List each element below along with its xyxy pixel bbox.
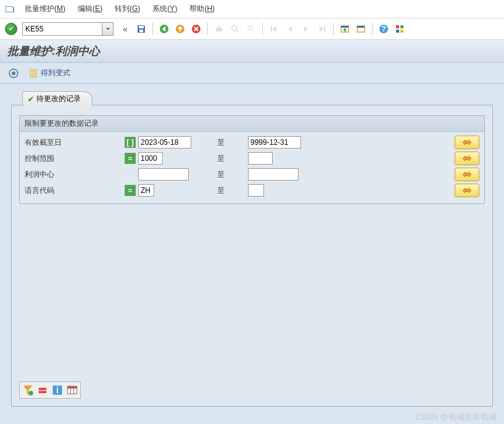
svg-rect-16 (400, 25, 403, 28)
field-row: 有效截至日[ ]至 (25, 134, 479, 150)
page-title: 批量维护:利润中心 (7, 45, 100, 57)
to-label: 至 (217, 137, 236, 148)
from-input[interactable] (138, 168, 189, 181)
from-input[interactable] (138, 184, 154, 197)
check-icon: ✔ (28, 95, 34, 104)
svg-rect-23 (39, 388, 47, 390)
save-icon[interactable] (134, 23, 148, 35)
svg-rect-28 (68, 386, 77, 389)
menu-system[interactable]: 系统(Y) (150, 2, 180, 15)
multiple-selection-button[interactable] (455, 168, 479, 181)
from-input[interactable] (138, 136, 191, 149)
prev-page-icon (283, 23, 297, 35)
standard-toolbar: « ? (0, 18, 504, 40)
svg-point-7 (232, 26, 237, 31)
svg-rect-15 (396, 25, 399, 28)
selection-toolbar: i (19, 381, 81, 399)
execute-button[interactable] (6, 67, 21, 80)
multiple-selection-button[interactable] (455, 136, 479, 149)
to-input[interactable] (248, 168, 299, 181)
multiple-selection-button[interactable] (455, 184, 479, 197)
tcode-input[interactable] (22, 22, 102, 36)
watermark: CSDN @荀彧原名苟彧 (415, 412, 497, 423)
to-label: 至 (217, 153, 236, 164)
svg-rect-1 (139, 30, 143, 32)
tab-label: 待更改的记录 (36, 94, 81, 104)
layout-icon[interactable] (393, 23, 407, 35)
to-label: 至 (217, 186, 236, 196)
data-source-icon[interactable] (65, 383, 79, 397)
field-label: 控制范围 (25, 153, 125, 164)
tab-panel: 限制要更改的数据记录 有效截至日[ ]至控制范围=至利润中心至语言代码=至 i (11, 105, 493, 407)
back-icon[interactable] (157, 23, 171, 35)
last-page-icon (315, 23, 329, 35)
group-title: 限制要更改的数据记录 (20, 116, 484, 132)
svg-rect-18 (400, 30, 403, 33)
field-row: 控制范围=至 (25, 150, 479, 166)
from-input[interactable] (138, 152, 163, 165)
dynamic-selections-icon[interactable] (21, 383, 35, 397)
to-label: 至 (217, 169, 236, 180)
field-row: 语言代码=至 (25, 182, 479, 198)
info-icon[interactable]: i (51, 383, 64, 397)
delete-selection-icon[interactable] (36, 383, 49, 397)
tab-records-to-change[interactable]: ✔ 待更改的记录 (22, 91, 93, 106)
menu-goto[interactable]: 转到(G) (112, 2, 143, 15)
help-icon[interactable]: ? (377, 23, 390, 35)
first-page-icon (267, 23, 281, 35)
field-label: 有效截至日 (25, 137, 125, 148)
get-variant-button[interactable]: 得到变式 (26, 67, 73, 80)
new-session-icon[interactable] (338, 23, 352, 35)
svg-point-20 (12, 71, 15, 75)
exit-icon[interactable] (173, 23, 187, 35)
to-input[interactable] (248, 136, 301, 149)
print-icon (212, 23, 226, 35)
tcode-dropdown-icon[interactable] (102, 22, 114, 36)
system-menu-icon[interactable] (5, 4, 15, 14)
field-row: 利润中心至 (25, 166, 479, 182)
shortcut-icon[interactable] (354, 23, 368, 35)
back-history-icon[interactable]: « (118, 23, 132, 35)
multiple-selection-button[interactable] (455, 152, 479, 165)
find-icon (228, 23, 242, 35)
to-input[interactable] (248, 152, 273, 165)
field-label: 利润中心 (25, 169, 125, 180)
restriction-group: 限制要更改的数据记录 有效截至日[ ]至控制范围=至利润中心至语言代码=至 (19, 115, 485, 204)
application-toolbar: 得到变式 (0, 63, 504, 84)
svg-text:?: ? (381, 25, 386, 33)
svg-point-22 (28, 391, 33, 396)
interval-icon[interactable]: [ ] (125, 137, 136, 148)
menu-batch-maintain[interactable]: 批量维护(M) (22, 2, 68, 15)
svg-rect-12 (357, 26, 365, 28)
svg-rect-17 (396, 30, 399, 33)
single-value-icon[interactable]: = (125, 185, 136, 196)
svg-rect-0 (139, 26, 144, 28)
next-page-icon (299, 23, 313, 35)
field-label: 语言代码 (25, 186, 125, 196)
content-area: ✔ 待更改的记录 限制要更改的数据记录 有效截至日[ ]至控制范围=至利润中心至… (0, 84, 504, 424)
title-bar: 批量维护:利润中心 (0, 40, 504, 63)
find-next-icon (244, 23, 258, 35)
menu-bar: 批量维护(M) 编辑(E) 转到(G) 系统(Y) 帮助(H) (0, 0, 504, 18)
enter-icon[interactable] (5, 23, 17, 35)
svg-rect-6 (217, 26, 221, 28)
to-input[interactable] (248, 184, 264, 197)
cancel-icon[interactable] (189, 23, 203, 35)
command-field[interactable] (22, 22, 114, 36)
get-variant-label: 得到变式 (41, 68, 70, 78)
menu-help[interactable]: 帮助(H) (187, 2, 217, 15)
menu-edit[interactable]: 编辑(E) (75, 2, 105, 15)
svg-text:i: i (56, 385, 59, 395)
svg-rect-10 (341, 26, 349, 28)
svg-rect-24 (39, 391, 47, 393)
single-value-icon[interactable]: = (125, 153, 136, 164)
